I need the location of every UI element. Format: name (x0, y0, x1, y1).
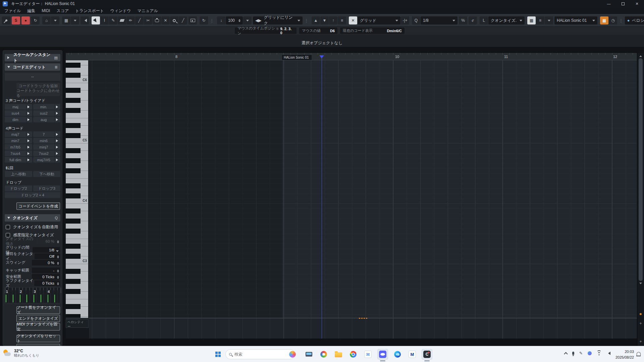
taskbar-app-photos[interactable] (318, 349, 329, 360)
menu-item-5[interactable]: ウィンドウ (110, 8, 131, 14)
snap-grid-relative-button[interactable]: -|+ (401, 16, 409, 24)
chord-button-maj[interactable]: maj (5, 104, 26, 110)
move-up-button[interactable]: 上へ移動 (5, 171, 32, 177)
reset-quantize-button[interactable]: クオンタイズをリセット (16, 335, 60, 342)
weather-widget[interactable]: 32°C 晴れのちくもり (3, 349, 39, 358)
auto-apply-checkbox[interactable] (6, 225, 10, 229)
scrollbar-thumb[interactable] (639, 58, 643, 281)
pen-icon[interactable]: ✎ (579, 351, 583, 356)
taskbar-app-cubase[interactable]: C (422, 349, 432, 360)
acoustic-feedback-button[interactable]: ↻ (31, 16, 40, 24)
visibility-options-dropdown[interactable] (71, 16, 79, 24)
move-down-button[interactable]: 下へ移動 (33, 171, 61, 177)
nudge-start-left-button[interactable]: ▲ (312, 16, 320, 24)
taskbar-app-office[interactable]: M (407, 349, 418, 360)
chord-tension-arrow-button[interactable] (55, 110, 60, 116)
chord-tension-arrow-button[interactable] (55, 131, 60, 137)
microphone-icon[interactable] (572, 352, 574, 355)
link-to-grid-dropdown[interactable]: ◀▶ グリッドにリンク (253, 16, 303, 24)
start-button[interactable] (213, 350, 223, 359)
pencil-tool[interactable]: ✎ (109, 16, 117, 24)
scroll-up-arrow[interactable] (637, 53, 644, 58)
auto-scroll-button[interactable] (189, 16, 197, 24)
zoom-in-button[interactable]: + (637, 321, 644, 326)
chord-button-aug[interactable]: aug (33, 117, 55, 122)
speaker-button[interactable] (80, 16, 89, 24)
taskbar-app-discord[interactable] (377, 349, 388, 360)
scroll-down-arrow[interactable] (637, 282, 644, 286)
quantize-preset-dropdown[interactable]: 1/8 (421, 16, 458, 24)
taskbar-app-edge[interactable] (392, 349, 403, 360)
create-chord-event-button[interactable]: コードイベントを作成 (16, 202, 60, 210)
note-display-grid[interactable] (89, 60, 637, 318)
chord-tension-arrow-button[interactable] (55, 150, 60, 156)
part-editing-mode-button[interactable]: ≡ (536, 16, 544, 24)
menu-item-3[interactable]: スコア (56, 8, 69, 14)
tuplet-quantize-button[interactable]: % (459, 16, 467, 24)
close-button[interactable]: ✕ (630, 0, 644, 7)
time-ruler[interactable]: HALion Sonic 01 8101112 (66, 53, 637, 60)
drum-editor-button[interactable]: ▦ (600, 16, 608, 24)
part-list-dropdown[interactable] (545, 16, 553, 24)
chord-tension-arrow-button[interactable] (26, 117, 32, 122)
spinner-icon[interactable] (57, 268, 59, 274)
iterative-quantize-button[interactable]: e (469, 16, 477, 24)
chord-button-minj7[interactable]: minj7 (33, 144, 55, 150)
scissors-tool[interactable]: ✂ (144, 16, 152, 24)
chord-button-min7[interactable]: min7 (5, 138, 26, 143)
range-selection-tool[interactable]: I (100, 16, 109, 24)
spinner-icon[interactable] (57, 261, 59, 266)
nudge-up-button[interactable]: ↑ (329, 16, 337, 24)
grid-spacing-dropdown[interactable]: 1/8 (33, 247, 60, 253)
strength-field[interactable]: 60 % (36, 238, 60, 244)
step-input-button[interactable]: ↓ (217, 16, 225, 24)
taskbar-search[interactable] (225, 349, 295, 359)
pitch-visibility-button[interactable]: ⌂ (42, 16, 51, 24)
rough-quantize-field[interactable]: 0 Ticks (34, 280, 60, 286)
chord-button-fulldim[interactable]: full dim (5, 157, 26, 163)
spinner-icon[interactable] (57, 275, 59, 280)
mute-tool[interactable]: ✕ (161, 16, 170, 24)
nudge-start-right-button[interactable]: ▼ (320, 16, 329, 24)
controller-lane-label[interactable]: ベロシティー (66, 319, 89, 328)
length-quantize-icon[interactable]: L (480, 16, 488, 24)
solo-editor-button[interactable]: S (12, 16, 20, 24)
vertical-scrollbar[interactable]: + + (637, 53, 644, 346)
maximize-button[interactable] (616, 0, 630, 7)
chord-tension-arrow-button[interactable] (26, 131, 32, 137)
taskbar-clock[interactable]: 20:03 2025/08/22 (615, 349, 634, 360)
chord-button-7sus2[interactable]: 7sus2 (33, 150, 55, 156)
chord-tension-arrow-button[interactable] (26, 110, 32, 116)
menu-item-2[interactable]: MIDI (42, 8, 50, 13)
menu-item-4[interactable]: トランスポート (75, 8, 104, 14)
part-name-tag[interactable]: HALion Sonic 01 (282, 55, 312, 60)
pin-editor-button[interactable] (2, 16, 10, 24)
glue-tool[interactable] (153, 16, 161, 24)
quantize-section-header[interactable]: クオンタイズ Q (5, 214, 60, 222)
menu-item-0[interactable]: ファイル (4, 8, 21, 14)
chord-tension-arrow-button[interactable] (26, 138, 32, 143)
length-quantize-dropdown[interactable]: クオンタイズ. (488, 16, 525, 24)
taskbar-app-file-explorer[interactable] (304, 349, 314, 360)
nudge-end-button[interactable]: ≡ (338, 16, 346, 24)
catch-range-field[interactable]: - (32, 267, 60, 273)
notification-bell-icon[interactable] (637, 352, 641, 356)
quantize-ends-button[interactable]: エンドをクオンタイズ (16, 315, 60, 322)
chord-tension-arrow-button[interactable] (26, 157, 32, 163)
chord-button-m7b5[interactable]: m7/b5 (5, 144, 26, 150)
wifi-icon[interactable] (597, 352, 601, 355)
chord-tension-arrow-button[interactable] (55, 104, 60, 110)
spinner-icon[interactable] (57, 254, 59, 259)
chord-tension-arrow-button[interactable] (55, 144, 60, 150)
zoom-tool[interactable] (170, 16, 178, 24)
draw-tool[interactable]: ✏ (126, 16, 135, 24)
menu-item-6[interactable]: マニュアル (137, 8, 158, 14)
swing-field[interactable]: 0 % (32, 260, 60, 265)
chord-button-7[interactable]: 7 (33, 131, 55, 137)
chord-tension-arrow-button[interactable] (26, 144, 32, 150)
quantize-icon-button[interactable]: Q (412, 16, 420, 24)
event-colors-dropdown[interactable]: ● ベロシティー (625, 16, 644, 24)
visibility-options-button[interactable]: ▦ (62, 16, 70, 24)
piano-keyboard[interactable]: C6C5C4C3 (66, 60, 89, 318)
chord-button-sus2[interactable]: sus2 (33, 110, 55, 116)
